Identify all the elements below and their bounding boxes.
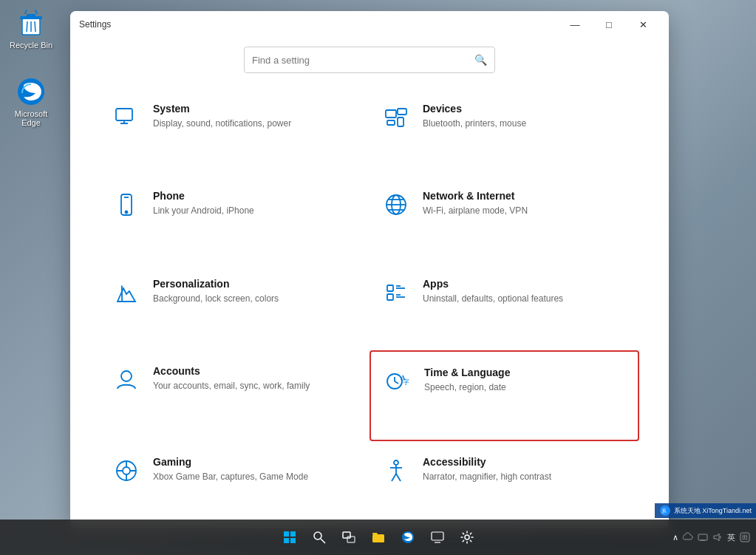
devices-icon <box>381 103 411 132</box>
setting-phone[interactable]: Phone Link your Android, iPhone <box>100 175 370 262</box>
recycle-bin-label: Recycle Bin <box>10 41 52 50</box>
svg-rect-54 <box>372 534 384 542</box>
personalization-icon <box>112 278 141 307</box>
svg-rect-2 <box>27 14 35 17</box>
language-indicator[interactable]: 英 <box>727 532 735 543</box>
network-icon <box>381 190 411 219</box>
devices-desc: Bluetooth, printers, mouse <box>423 118 627 130</box>
setting-gaming[interactable]: Gaming Xbox Game Bar, captures, Game Mod… <box>100 441 370 528</box>
network-desc: Wi-Fi, airplane mode, VPN <box>423 205 627 217</box>
svg-text:田: 田 <box>742 534 748 541</box>
svg-point-58 <box>465 535 469 539</box>
accounts-title: Accounts <box>153 365 358 377</box>
accessibility-desc: Narrator, magnifier, high contrast <box>423 471 627 483</box>
svg-marker-61 <box>714 534 719 541</box>
search-input[interactable] <box>252 55 474 66</box>
svg-rect-47 <box>290 531 296 537</box>
svg-point-29 <box>121 371 132 381</box>
system-title: System <box>153 103 358 115</box>
file-explorer-button[interactable] <box>365 524 392 551</box>
settings-grid: System Display, sound, notifications, po… <box>70 88 669 528</box>
accessibility-title: Accessibility <box>423 456 627 468</box>
taskbar-search-button[interactable] <box>306 524 333 551</box>
taskbar-display-button[interactable] <box>424 524 451 551</box>
taskbar-settings-button[interactable] <box>454 524 480 551</box>
devices-title: Devices <box>423 103 627 115</box>
svg-rect-10 <box>386 110 396 118</box>
setting-accessibility[interactable]: Accessibility Narrator, magnifier, high … <box>370 441 639 528</box>
setting-personalization[interactable]: Personalization Background, lock screen,… <box>100 263 370 350</box>
personalization-desc: Background, lock screen, colors <box>153 293 358 305</box>
svg-text:系: 系 <box>661 508 667 514</box>
svg-rect-12 <box>398 118 403 126</box>
gaming-desc: Xbox Game Bar, captures, Game Mode <box>153 471 358 483</box>
task-view-button[interactable] <box>336 524 362 551</box>
minimize-button[interactable]: — <box>558 13 592 35</box>
svg-line-44 <box>392 474 396 481</box>
setting-devices[interactable]: Devices Bluetooth, printers, mouse <box>370 88 639 175</box>
system-desc: Display, sound, notifications, power <box>153 118 358 130</box>
svg-line-3 <box>27 21 27 32</box>
svg-rect-11 <box>398 109 406 115</box>
accounts-icon <box>112 365 141 395</box>
system-icon <box>112 103 141 132</box>
setting-network[interactable]: Network & Internet Wi-Fi, airplane mode,… <box>370 175 639 262</box>
taskbar-center <box>276 524 480 551</box>
time-language-desc: Speech, region, date <box>424 381 626 394</box>
close-button[interactable]: ✕ <box>626 13 660 35</box>
ime-icon[interactable]: 田 <box>740 532 750 542</box>
svg-point-15 <box>126 211 128 214</box>
chevron-up-icon[interactable]: ∧ <box>672 533 678 542</box>
edge-label: MicrosoftEdge <box>15 109 48 127</box>
svg-line-45 <box>396 474 401 481</box>
gaming-icon <box>112 456 141 486</box>
svg-rect-13 <box>387 120 395 125</box>
personalization-title: Personalization <box>153 278 358 290</box>
volume-icon[interactable] <box>712 532 723 542</box>
svg-rect-52 <box>343 532 350 538</box>
microsoft-edge-icon[interactable]: MicrosoftEdge <box>1 74 61 130</box>
svg-rect-56 <box>432 532 443 540</box>
search-container: 🔍 <box>70 38 669 88</box>
xitong-watermark: 系 系统天地 XiTongTiandi.net <box>655 503 756 518</box>
recycle-bin-icon[interactable]: Recycle Bin <box>1 5 61 52</box>
svg-rect-48 <box>284 538 289 543</box>
setting-accounts[interactable]: Accounts Your accounts, email, sync, wor… <box>100 350 370 440</box>
svg-line-32 <box>395 381 398 384</box>
maximize-button[interactable]: □ <box>592 13 626 35</box>
taskbar: ∧ 英 田 <box>0 520 756 555</box>
taskbar-right: ∧ 英 田 <box>672 532 756 543</box>
svg-text:字: 字 <box>403 378 409 386</box>
network-title: Network & Internet <box>423 190 627 202</box>
setting-system[interactable]: System Display, sound, notifications, po… <box>100 88 370 175</box>
desktop: Recycle Bin MicrosoftEdge Settings — □ ✕ <box>0 0 756 555</box>
svg-rect-24 <box>387 294 393 300</box>
svg-rect-59 <box>698 534 707 540</box>
network-taskbar-icon[interactable] <box>698 532 708 542</box>
apps-icon <box>381 278 411 307</box>
svg-line-5 <box>35 21 35 32</box>
apps-desc: Uninstall, defaults, optional features <box>423 293 627 305</box>
watermark-icon: 系 <box>659 505 671 517</box>
apps-title: Apps <box>423 278 627 290</box>
svg-rect-23 <box>387 285 393 291</box>
setting-apps[interactable]: Apps Uninstall, defaults, optional featu… <box>370 263 639 350</box>
phone-title: Phone <box>153 190 358 202</box>
svg-rect-46 <box>284 531 289 537</box>
taskbar-edge-button[interactable] <box>395 524 421 551</box>
svg-rect-7 <box>116 109 132 120</box>
phone-icon <box>112 190 141 219</box>
accessibility-icon <box>381 456 411 486</box>
title-bar-controls: — □ ✕ <box>558 13 660 35</box>
search-icon: 🔍 <box>474 54 487 66</box>
time-language-icon: A 字 <box>383 367 412 396</box>
svg-point-50 <box>314 532 321 539</box>
settings-window: Settings — □ ✕ 🔍 <box>70 11 669 528</box>
search-box[interactable]: 🔍 <box>244 47 495 73</box>
title-bar: Settings — □ ✕ <box>70 11 669 38</box>
svg-rect-49 <box>290 538 296 543</box>
cloud-icon[interactable] <box>683 532 693 542</box>
start-button[interactable] <box>276 524 303 551</box>
time-language-title: Time & Language <box>424 367 626 378</box>
setting-time-language[interactable]: A 字 Time & Language Speech, region, date <box>370 350 639 440</box>
